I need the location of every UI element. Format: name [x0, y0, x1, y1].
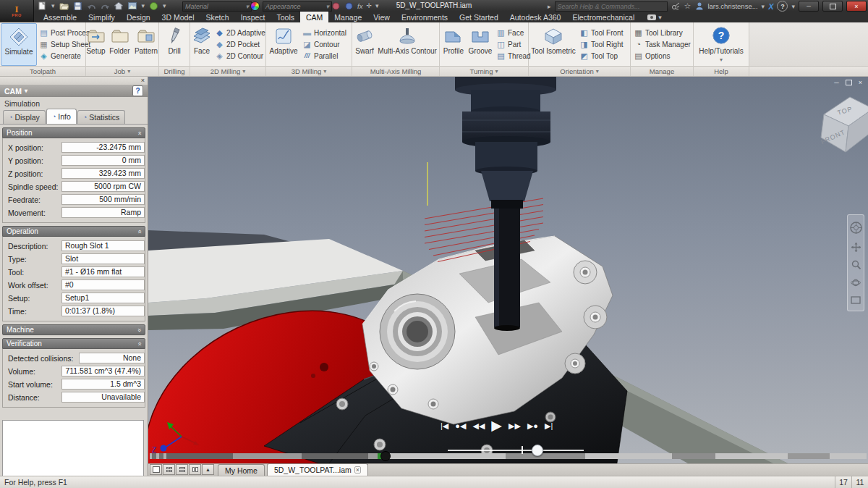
task-manager-button[interactable]: ◔Task Manager [634, 40, 694, 49]
steering-wheel-icon[interactable] [850, 222, 862, 234]
turning-face-button[interactable]: ▥Face [496, 28, 528, 38]
screencast-menu[interactable]: ▾ [647, 12, 662, 22]
group-label-help[interactable]: Help [694, 66, 749, 76]
options-button[interactable]: ▤Options [634, 51, 694, 61]
group-label-2d-milling[interactable]: 2D Milling▾ [190, 66, 265, 76]
fast-forward-button[interactable]: ▶▶ [509, 418, 521, 433]
tab-environments[interactable]: Environments [396, 12, 454, 22]
tool-library-button[interactable]: ▦Tool Library [634, 28, 694, 38]
tab-close-icon[interactable]: × [354, 466, 361, 474]
parameters-fx-icon[interactable]: fx [357, 2, 362, 10]
section-verification-header[interactable]: Verification » [2, 338, 145, 349]
setup-button[interactable]: Setup [85, 23, 107, 66]
tab-autodesk-a360[interactable]: Autodesk A360 [504, 12, 567, 22]
turning-part-button[interactable]: ◫Part [496, 40, 528, 49]
adaptive-3d-button[interactable]: Adaptive [267, 23, 300, 66]
tool-top-button[interactable]: ◩Tool Top [579, 51, 630, 61]
2d-contour-button[interactable]: ◈2D Contour [215, 51, 265, 61]
panel-header[interactable]: CAM ▾ ? [0, 85, 148, 97]
tab-assemble[interactable]: Assemble [38, 12, 82, 22]
tool-right-button[interactable]: ◨Tool Right [579, 40, 630, 49]
minimize-button[interactable]: ─ [799, 1, 819, 12]
group-label-multi-axis[interactable]: Multi-Axis Milling [352, 66, 439, 76]
help-dropdown-icon[interactable]: ▾ [791, 3, 795, 10]
save-icon[interactable] [73, 1, 82, 10]
face-2d-button[interactable]: Face [191, 23, 213, 66]
tab-statistics[interactable]: ◔Statistics [77, 110, 125, 124]
folder-button[interactable]: Folder [109, 23, 131, 66]
material-ball-icon[interactable] [149, 1, 158, 10]
tile-grid-button[interactable] [163, 464, 175, 475]
tool-front-button[interactable]: ◧Tool Front [579, 28, 630, 38]
redo-icon[interactable] [101, 1, 110, 10]
tile-horizontal-button[interactable] [176, 464, 188, 475]
cascade-windows-button[interactable] [150, 464, 162, 475]
section-machine-header[interactable]: Machine » [2, 324, 145, 335]
simulate-button[interactable]: Simulate [1, 23, 37, 66]
restore-button[interactable] [822, 1, 843, 12]
expand-tabs-button[interactable]: ▲ [202, 464, 214, 475]
material-dropdown[interactable]: Material ▾ [182, 1, 252, 12]
parallel-button[interactable]: ///Parallel [302, 51, 352, 61]
timeline-handle[interactable] [380, 451, 391, 461]
tool-isometric-button[interactable]: Tool Isometric [529, 23, 577, 66]
multi-axis-contour-button[interactable]: Multi-Axis Contour [376, 23, 438, 66]
color-wheel-icon[interactable] [250, 1, 260, 10]
tab-sketch[interactable]: Sketch [200, 12, 235, 22]
contour-3d-button[interactable]: ◪Contour [302, 40, 352, 49]
section-position-header[interactable]: Position » [2, 127, 145, 138]
look-at-icon[interactable] [851, 296, 861, 304]
speed-slider-handle[interactable] [532, 445, 543, 456]
2d-adaptive-button[interactable]: ◆2D Adaptive [215, 28, 265, 38]
group-label-job[interactable]: Job▾ [86, 66, 158, 76]
2d-pocket-button[interactable]: ◆2D Pocket [215, 40, 265, 49]
panel-grip[interactable]: × [0, 77, 148, 85]
tab-inspect[interactable]: Inspect [235, 12, 271, 22]
profile-button[interactable]: Profile [441, 23, 467, 66]
group-label-turning[interactable]: Turning▾ [440, 66, 528, 76]
view-cube[interactable]: TOP FRONT [808, 88, 868, 155]
adjust-red-icon[interactable] [331, 1, 341, 10]
undo-icon[interactable] [87, 1, 96, 10]
doc-close-icon[interactable]: × [859, 79, 862, 86]
tab-view[interactable]: View [367, 12, 396, 22]
close-button[interactable]: × [846, 1, 867, 12]
open-file-icon[interactable] [59, 1, 69, 10]
tab-document[interactable]: 5D_W_TOOLPAT...iam × [267, 463, 368, 476]
tab-get-started[interactable]: Get Started [454, 12, 504, 22]
next-operation-button[interactable]: ▶● [527, 418, 538, 433]
expander-icon[interactable]: ▸ [548, 3, 551, 10]
signed-in-user[interactable]: lars.christense... [707, 2, 757, 10]
new-file-icon[interactable] [38, 1, 47, 10]
tab-display[interactable]: ◔Display [3, 110, 46, 124]
previous-operation-button[interactable]: ●◀ [455, 418, 466, 433]
group-label-manage[interactable]: Manage [631, 66, 693, 76]
setup-sheet-button[interactable]: ▦Setup Sheet [39, 40, 88, 49]
pan-icon[interactable] [851, 243, 861, 252]
group-label-orientation[interactable]: Orientation▾ [529, 66, 630, 76]
doc-restore-icon[interactable] [846, 80, 852, 85]
go-to-end-button[interactable]: ▶| [545, 418, 553, 433]
pattern-button[interactable]: Pattern [132, 23, 160, 66]
tab-cam[interactable]: CAM [300, 12, 328, 22]
panel-close-icon[interactable]: × [141, 77, 145, 84]
drill-button[interactable]: Drill [162, 23, 187, 66]
adjust-blue-icon[interactable] [344, 1, 354, 10]
orbit-icon[interactable] [851, 278, 861, 287]
user-dropdown-icon[interactable]: ▾ [762, 3, 765, 10]
measure-icon[interactable]: ✛ [366, 2, 372, 9]
doc-minimize-icon[interactable]: ─ [834, 79, 838, 86]
tab-tools[interactable]: Tools [271, 12, 300, 22]
tab-my-home[interactable]: My Home [218, 464, 265, 476]
tab-simplify[interactable]: Simplify [82, 12, 121, 22]
panel-help-button[interactable]: ? [132, 85, 143, 96]
help-icon[interactable]: ? [777, 1, 788, 12]
play-button[interactable]: ▶ [491, 418, 502, 433]
tab-3d-model[interactable]: 3D Model [156, 12, 200, 22]
tab-design[interactable]: Design [121, 12, 156, 22]
groove-button[interactable]: Groove [467, 23, 494, 66]
exchange-apps-icon[interactable]: X [768, 2, 773, 11]
horizontal-button[interactable]: ▬Horizontal [302, 28, 352, 38]
tile-vertical-button[interactable] [189, 464, 201, 475]
zoom-icon[interactable] [851, 260, 861, 269]
